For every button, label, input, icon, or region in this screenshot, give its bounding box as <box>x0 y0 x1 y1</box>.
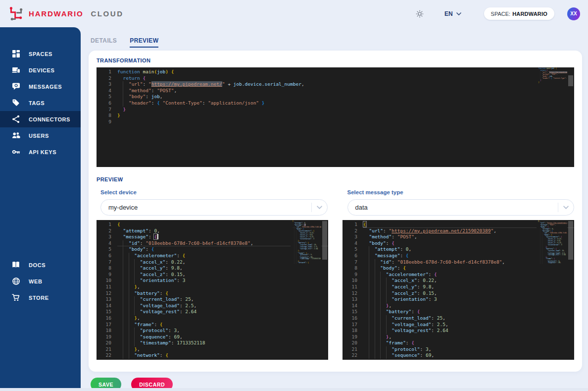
users-icon <box>12 131 20 140</box>
tab-preview[interactable]: PREVIEW <box>130 37 158 48</box>
chevron-down-icon <box>563 206 569 209</box>
sidebar-item-label: DOCS <box>29 262 46 268</box>
vertical-scrollbar[interactable] <box>567 220 574 360</box>
preview-section-label: PREVIEW <box>97 176 574 183</box>
line-number: 9 <box>97 272 111 278</box>
header-actions: EN SPACE: HARDWARIO XX <box>416 7 580 20</box>
language-selector[interactable]: EN <box>444 10 461 17</box>
line-number: 6 <box>97 100 111 107</box>
line-number: 9 <box>97 119 111 125</box>
line-number: 5 <box>97 94 111 100</box>
line-number: 16 <box>97 315 111 322</box>
line-number: 7 <box>97 107 111 113</box>
sidebar-item-label: USERS <box>29 133 49 139</box>
device-select-value: my-device <box>108 204 311 211</box>
line-number: 5 <box>97 246 111 253</box>
minimap[interactable]: { "url": "https://my.pipedream.net/21590… <box>537 220 567 360</box>
avatar[interactable]: XX <box>567 7 580 20</box>
key-icon <box>12 148 20 156</box>
sidebar-item-docs[interactable]: DOCS <box>0 257 81 273</box>
line-number: 10 <box>97 278 111 284</box>
line-number: 15 <box>343 309 357 315</box>
input-message-editor[interactable]: 12345678910111213141516171819202122{ "at… <box>97 220 328 360</box>
transformed-output-editor[interactable]: 12345678910111213141516171819202122{ "ur… <box>343 220 574 360</box>
hardwario-logo-icon <box>8 5 24 22</box>
message-type-select-value: data <box>355 204 558 211</box>
store-cart-icon <box>12 293 20 302</box>
brand-name: HARDWARIO <box>29 9 83 18</box>
line-number: 19 <box>97 334 111 340</box>
scrollbar-thumb[interactable] <box>568 75 573 86</box>
code-line: "body": job, <box>117 94 574 100</box>
line-number: 9 <box>343 272 357 278</box>
line-number: 18 <box>343 328 357 334</box>
sidebar-item-connectors[interactable]: CONNECTORS <box>0 111 81 127</box>
horizontal-scrollbar-track[interactable] <box>0 388 588 391</box>
line-number: 19 <box>343 334 357 340</box>
message-type-select-label: Select message type <box>347 189 575 196</box>
line-number: 13 <box>97 296 111 303</box>
space-selector[interactable]: SPACE: HARDWARIO <box>484 7 554 20</box>
device-select[interactable]: my-device <box>100 199 328 216</box>
line-number: 8 <box>97 112 111 119</box>
chevron-down-icon <box>317 206 322 209</box>
code-line: "method": "POST", <box>117 88 574 94</box>
editor-code: function main(job) { return { "url": "ht… <box>111 69 574 125</box>
transformation-code-editor[interactable]: 123456789function main(job) { return { "… <box>97 67 574 167</box>
sidebar-item-api-keys[interactable]: API KEYS <box>0 144 81 160</box>
scrollbar-thumb[interactable] <box>568 221 573 260</box>
brand-suffix: CLOUD <box>91 9 123 18</box>
device-select-label: Select device <box>100 189 328 196</box>
tab-bar: DETAILS PREVIEW <box>81 27 588 48</box>
line-number: 7 <box>343 259 357 266</box>
select-divider <box>558 203 558 212</box>
sidebar-item-tags[interactable]: TAGS <box>0 95 81 111</box>
line-number: 16 <box>343 315 357 322</box>
sun-icon <box>416 10 424 18</box>
vertical-scrollbar[interactable] <box>321 220 328 360</box>
tags-icon <box>12 99 20 107</box>
code-line: "network": { <box>293 262 321 264</box>
line-number: 4 <box>97 240 111 247</box>
code-line: "url": "https://my.pipedream.net/" + job… <box>117 81 574 88</box>
vertical-scrollbar[interactable] <box>567 67 574 167</box>
line-number: 21 <box>97 346 111 353</box>
preview-controls: Select device my-device Select message t… <box>97 189 574 216</box>
sidebar-item-web[interactable]: WEB <box>0 273 81 289</box>
code-line: } <box>117 107 574 113</box>
line-number: 4 <box>97 88 111 94</box>
sidebar-item-messages[interactable]: MESSAGES <box>0 78 81 95</box>
minimap[interactable]: function main(job) { return { "url": "ht… <box>537 67 567 167</box>
minimap[interactable]: { "attempt": 0, "message": { "id": "018e… <box>291 220 321 360</box>
code-line <box>117 119 574 125</box>
line-number: 8 <box>343 265 357 272</box>
sidebar-item-spaces[interactable]: SPACES <box>0 46 81 62</box>
line-number: 4 <box>343 240 357 247</box>
scrollbar-thumb[interactable] <box>322 221 327 260</box>
theme-toggle-button[interactable] <box>416 10 424 18</box>
transformation-section-label: TRANSFORMATION <box>97 57 574 64</box>
message-type-select[interactable]: data <box>347 199 575 216</box>
sidebar-item-devices[interactable]: DEVICES <box>0 62 81 78</box>
line-number: 22 <box>97 352 111 359</box>
line-number: 11 <box>97 284 111 290</box>
line-number: 1 <box>97 69 111 75</box>
line-number: 13 <box>343 296 357 303</box>
line-number: 10 <box>343 278 357 284</box>
line-number: 6 <box>343 253 357 259</box>
line-number: 3 <box>343 234 357 240</box>
editor-gutter: 123456789 <box>97 69 111 125</box>
line-number: 14 <box>97 303 111 309</box>
line-number: 12 <box>97 290 111 297</box>
sidebar-item-users[interactable]: USERS <box>0 127 81 144</box>
line-number: 6 <box>97 253 111 259</box>
line-number: 20 <box>343 340 357 346</box>
line-number: 3 <box>97 81 111 88</box>
main-content: DETAILS PREVIEW TRANSFORMATION 123456789… <box>81 27 588 391</box>
line-number: 18 <box>97 328 111 334</box>
tab-details[interactable]: DETAILS <box>91 37 117 48</box>
line-number: 1 <box>97 222 111 228</box>
line-number: 1 <box>343 222 357 228</box>
sidebar-item-store[interactable]: STORE <box>0 289 81 306</box>
line-number: 17 <box>97 322 111 328</box>
